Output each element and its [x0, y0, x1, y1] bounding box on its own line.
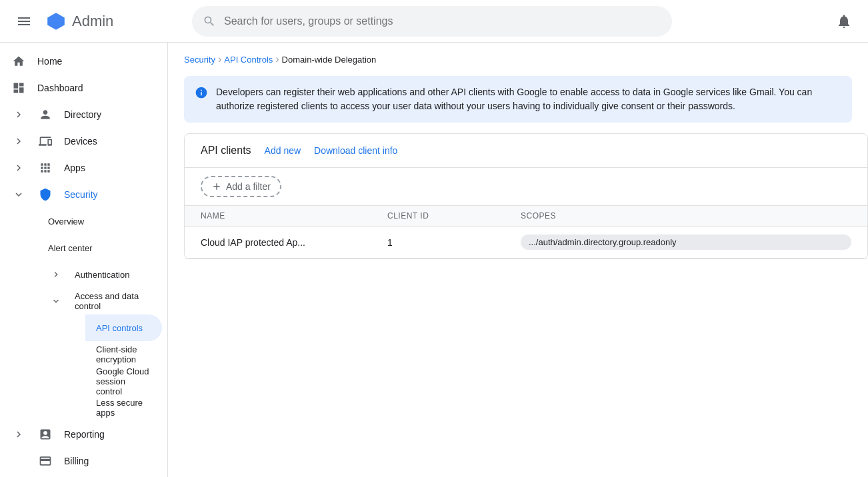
sidebar-item-client-side-encryption[interactable]: Client-side encryption [85, 341, 162, 368]
add-filter-button[interactable]: Add a filter [201, 176, 281, 197]
sidebar-item-billing[interactable]: Billing [0, 448, 162, 474]
sidebar-item-api-controls[interactable]: API controls [85, 314, 162, 341]
person-icon [37, 107, 53, 123]
home-icon [11, 53, 27, 69]
info-text: Developers can register their web applic… [216, 85, 841, 113]
notifications-button[interactable] [831, 8, 857, 35]
sidebar-item-apps[interactable]: Apps [0, 155, 162, 181]
sidebar-item-home[interactable]: Home [0, 48, 162, 75]
sidebar-item-security[interactable]: Security [0, 181, 162, 208]
scope-chip: .../auth/admin.directory.group.readonly [521, 235, 851, 250]
table-row[interactable]: Cloud IAP protected Ap... 1 .../auth/adm… [185, 227, 867, 258]
devices-icon [37, 133, 53, 149]
api-clients-section: API clients Add new Download client info… [184, 133, 868, 259]
breadcrumb-sep-1: › [218, 53, 221, 65]
sidebar-item-directory[interactable]: Directory [0, 101, 162, 128]
app-title: Admin [72, 13, 113, 30]
apps-expand-icon [11, 160, 27, 176]
sidebar-item-devices[interactable]: Devices [0, 128, 162, 155]
apps-icon [37, 160, 53, 176]
breadcrumb: Security › API Controls › Domain-wide De… [168, 43, 868, 71]
search-input[interactable] [224, 15, 661, 27]
breadcrumb-security[interactable]: Security [184, 55, 215, 65]
plus-icon [211, 181, 222, 192]
col-scopes: Scopes [521, 211, 851, 221]
security-sub-items: Overview Alert center Authentication Acc… [0, 208, 167, 421]
sidebar-item-reporting[interactable]: Reporting [0, 421, 162, 448]
sidebar-item-less-secure-apps[interactable]: Less secure apps [85, 394, 162, 421]
hamburger-button[interactable] [11, 8, 37, 35]
info-icon [195, 86, 208, 99]
reporting-expand-icon [11, 426, 27, 442]
breadcrumb-current: Domain-wide Delegation [282, 55, 377, 65]
col-name: Name [201, 211, 387, 221]
row-name: Cloud IAP protected Ap... [201, 237, 387, 248]
billing-icon [37, 453, 53, 469]
filter-label: Add a filter [226, 181, 271, 192]
sidebar: Home Dashboard Directory Devices Apps [0, 43, 168, 477]
main-content: Security › API Controls › Domain-wide De… [168, 43, 868, 477]
search-bar [192, 6, 672, 37]
add-new-link[interactable]: Add new [265, 145, 301, 156]
sidebar-item-alert-center[interactable]: Alert center [37, 235, 162, 261]
sidebar-item-access-data-control[interactable]: Access and data control [37, 288, 162, 314]
search-icon [203, 15, 216, 28]
filter-bar: Add a filter [185, 168, 867, 206]
table-header: Name Client ID Scopes [185, 206, 867, 227]
section-header: API clients Add new Download client info [185, 134, 867, 168]
auth-expand-icon [48, 266, 64, 282]
sidebar-item-authentication[interactable]: Authentication [37, 261, 162, 288]
breadcrumb-sep-2: › [275, 53, 279, 65]
sidebar-item-overview[interactable]: Overview [37, 208, 162, 235]
billing-expand-icon [11, 453, 27, 469]
bell-icon [836, 13, 852, 29]
expand-icon [11, 107, 27, 123]
sidebar-item-google-cloud-session[interactable]: Google Cloud session control [85, 368, 162, 394]
shield-icon [37, 187, 53, 203]
dashboard-icon [11, 80, 27, 96]
download-client-info-link[interactable]: Download client info [314, 145, 397, 156]
breadcrumb-api-controls[interactable]: API Controls [224, 55, 273, 65]
access-sub-items: API controls Client-side encryption Goog… [37, 314, 167, 421]
reporting-icon [37, 426, 53, 442]
info-banner: Developers can register their web applic… [184, 76, 852, 123]
sidebar-item-dashboard[interactable]: Dashboard [0, 75, 162, 101]
section-title: API clients [201, 145, 251, 157]
devices-expand-icon [11, 133, 27, 149]
col-client-id: Client ID [387, 211, 521, 221]
logo-link[interactable]: Admin [45, 11, 113, 32]
access-expand-icon [48, 293, 64, 309]
row-client-id: 1 [387, 237, 521, 248]
security-expand-icon [11, 187, 27, 203]
